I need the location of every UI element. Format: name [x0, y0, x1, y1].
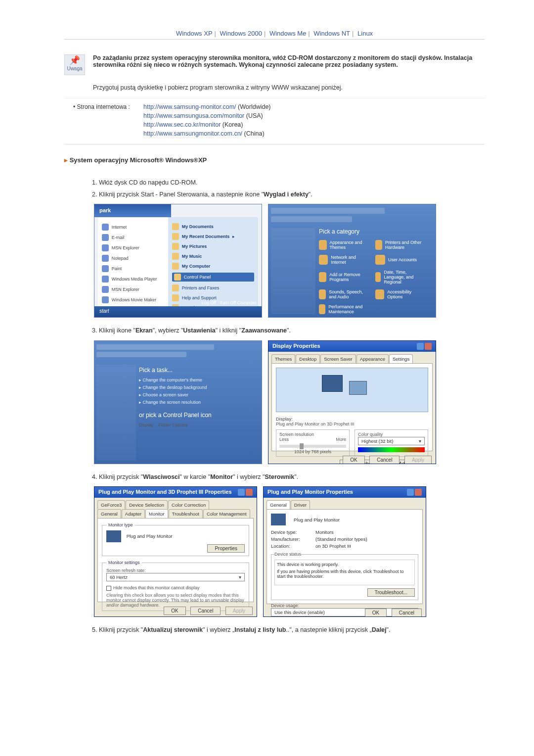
ok-button[interactable]: OK	[343, 456, 364, 464]
link-windows-xp[interactable]: Windows XP	[176, 30, 213, 37]
window-toolbar	[271, 206, 433, 226]
list-item[interactable]: E-mail	[102, 234, 164, 241]
list-item[interactable]: My Computer	[172, 263, 255, 270]
tab-screensaver[interactable]: Screen Saver	[320, 354, 356, 363]
help-icon[interactable]	[417, 343, 424, 350]
cp-icon-display[interactable]: Display	[139, 423, 154, 427]
tab-color-correction[interactable]: Color Correction	[168, 500, 209, 509]
list-item[interactable]: MSN Explorer	[102, 244, 164, 251]
cp-icon-folder-options[interactable]: Folder Options	[159, 423, 188, 427]
app-icon	[102, 234, 109, 241]
tab-bar: GeForce3 Device Selection Color Correcti…	[94, 498, 257, 509]
tab-desktop[interactable]: Desktop	[296, 354, 320, 363]
list-item[interactable]: My Documents	[172, 223, 255, 230]
prepare-text: Przygotuj pustą dyskietkę i pobierz prog…	[93, 84, 485, 91]
tab-geforce3[interactable]: GeForce3	[97, 500, 125, 509]
category-item[interactable]: User Accounts	[375, 255, 425, 265]
color-quality-select[interactable]: Highest (32 bit)▾	[358, 437, 425, 445]
help-icon[interactable]	[238, 489, 245, 496]
close-icon[interactable]	[425, 343, 432, 350]
monitor-icon	[322, 375, 343, 392]
close-icon[interactable]	[246, 489, 253, 496]
link-worldwide[interactable]: http://www.samsung-monitor.com/	[143, 103, 236, 110]
link-windows-me[interactable]: Windows Me	[269, 30, 306, 37]
list-item[interactable]: Notepad	[102, 255, 164, 262]
link-china-region: China	[246, 130, 263, 137]
apply-button[interactable]: Apply	[404, 456, 432, 464]
task-link[interactable]: ▸ Change the computer's theme	[139, 378, 259, 382]
category-item[interactable]: Add or Remove Programs	[319, 270, 368, 284]
resolution-slider[interactable]	[279, 445, 346, 448]
link-linux[interactable]: Linux	[357, 30, 373, 37]
start-button[interactable]: start	[99, 308, 109, 314]
app-icon	[102, 296, 109, 303]
category-item[interactable]: Appearance and Themes	[319, 240, 368, 250]
category-item[interactable]: Accessibility Options	[375, 289, 425, 299]
cancel-button[interactable]: Cancel	[190, 607, 221, 615]
link-windows-nt[interactable]: Windows NT	[313, 30, 350, 37]
screenshot-pnp-advanced: Plug and Play Monitor and 3D Prophet III…	[94, 486, 257, 617]
tab-general[interactable]: General	[267, 500, 290, 509]
task-link[interactable]: ▸ Choose a screen saver	[139, 392, 259, 397]
properties-button[interactable]: Properties	[207, 544, 245, 553]
tab-troubleshoot[interactable]: Troubleshoot	[169, 509, 203, 518]
attention-icon: 📌 Uwaga	[64, 54, 85, 75]
task-link[interactable]: ▸ Change the screen resolution	[139, 400, 259, 405]
link-korea-region: Korea	[224, 121, 241, 128]
logoff-button[interactable]: Log Off	[202, 300, 216, 305]
tab-driver[interactable]: Driver	[291, 500, 310, 509]
step-4: Kliknij przycisk "Wlasciwosci" w karcie …	[99, 473, 485, 482]
category-item[interactable]: Performance and Maintenance	[319, 304, 368, 314]
tab-monitor[interactable]: Monitor	[145, 509, 168, 518]
tab-adapter[interactable]: Adapter	[122, 509, 145, 518]
list-item[interactable]: Windows Movie Maker	[102, 296, 164, 303]
link-windows-2000[interactable]: Windows 2000	[220, 30, 262, 37]
close-icon[interactable]	[415, 489, 422, 496]
device-name: Plug and Play Monitor	[294, 517, 340, 522]
hide-modes-checkbox[interactable]	[106, 586, 111, 591]
display-value: Plug and Play Monitor on 3D Prophet III	[276, 422, 428, 426]
link-china[interactable]: http://www.samsungmonitor.com.cn/	[143, 130, 242, 137]
list-item[interactable]: Internet	[102, 224, 164, 231]
category-item[interactable]: Printers and Other Hardware	[375, 240, 425, 250]
category-item[interactable]: Date, Time, Language, and Regional	[375, 270, 425, 284]
refresh-rate-select[interactable]: 60 Hertz▾	[106, 573, 245, 581]
list-item[interactable]: MSN Explorer	[102, 286, 164, 293]
category-item[interactable]: Sounds, Speech, and Audio	[319, 289, 368, 299]
link-korea[interactable]: http://www.sec.co.kr/monitor	[143, 121, 221, 128]
cancel-button[interactable]: Cancel	[369, 456, 400, 464]
tab-themes[interactable]: Themes	[271, 354, 295, 363]
tab-color-management[interactable]: Color Management	[203, 509, 250, 518]
steps-list: Kliknij ikone "Ekran", wybierz "Ustawien…	[64, 327, 485, 335]
list-item[interactable]: Windows Media Player	[102, 276, 164, 283]
pick-task-title: Pick a task...	[139, 367, 259, 374]
turnoff-button[interactable]: Turn Off Computer	[220, 300, 257, 305]
list-item[interactable]: My Pictures	[172, 243, 255, 250]
link-usa[interactable]: http://www.samsungusa.com/monitor	[143, 112, 244, 119]
list-item[interactable]: Control Panel	[172, 273, 255, 282]
help-icon[interactable]	[407, 489, 414, 496]
apply-button[interactable]: Apply	[225, 607, 253, 615]
dialog-titlebar: Display Properties	[268, 341, 436, 352]
tab-general[interactable]: General	[97, 509, 121, 518]
list-item[interactable]: Paint	[102, 265, 164, 272]
steps-list: Włóż dysk CD do napędu CD-ROM. Kliknij p…	[64, 179, 485, 199]
monitor-icon	[271, 514, 286, 525]
resolution-value: 1024 by 768 pixels	[279, 449, 346, 454]
ok-button[interactable]: OK	[365, 609, 387, 617]
screenshot-pnp-monitor-properties: Plug and Play Monitor Properties General…	[263, 486, 426, 617]
list-item[interactable]: My Recent Documents ▸	[172, 233, 255, 240]
arrow-icon: ▸	[64, 156, 68, 164]
category-item[interactable]: Network and Internet	[319, 255, 368, 265]
tab-bar: Themes Desktop Screen Saver Appearance S…	[268, 352, 436, 363]
ok-button[interactable]: OK	[164, 607, 185, 615]
list-item[interactable]: Printers and Faxes	[172, 284, 255, 291]
tab-appearance[interactable]: Appearance	[356, 354, 389, 363]
list-item[interactable]: My Music	[172, 253, 255, 260]
cancel-button[interactable]: Cancel	[392, 609, 422, 617]
troubleshoot-button[interactable]: Troubleshoot...	[367, 588, 415, 597]
chevron-down-icon: ▾	[419, 438, 421, 444]
tab-device-selection[interactable]: Device Selection	[126, 500, 168, 509]
task-link[interactable]: ▸ Change the desktop background	[139, 385, 259, 390]
tab-settings[interactable]: Settings	[389, 354, 413, 363]
